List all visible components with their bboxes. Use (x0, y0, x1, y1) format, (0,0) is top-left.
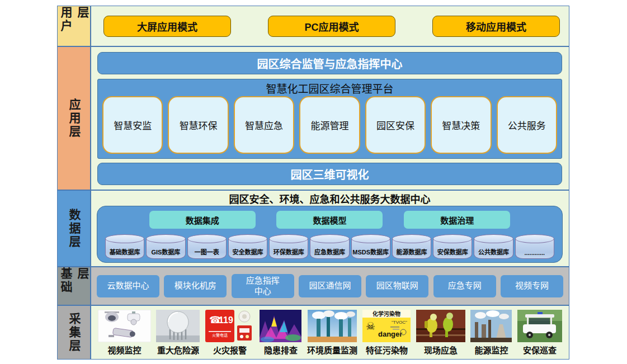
collect-item-video: 视频监控 (98, 310, 151, 356)
collect-item-environment: 环境质量监测 (307, 310, 357, 356)
hazmat-responders-photo (416, 310, 465, 342)
layer-label-data: 数据层 (58, 191, 91, 266)
architecture-diagram: 用户层 大屏应用模式 PC应用模式 移动应用模式 应用层 园区综合监管与应急指挥… (57, 6, 569, 360)
module-energy-management: 能源管理 (299, 96, 360, 154)
pc-mode-button: PC应用模式 (268, 16, 395, 37)
data-functions: 数据集成 数据模型 数据治理 (105, 211, 554, 229)
collect-item-inspection: 隐患排查 (260, 310, 301, 356)
data-integration-box: 数据集成 (149, 211, 256, 229)
database-environment: 环保数据库 (269, 234, 308, 259)
collect-label: 隐患排查 (264, 344, 298, 356)
collect-item-patrol: 安保巡查 (517, 310, 562, 356)
layer-row-application: 应用层 园区综合监管与应急指挥中心 智慧化工园区综合管理平台 智慧安监 智慧环保… (58, 47, 569, 191)
collect-item-pollutant: 化学污染物 ☠ danger "TVOC" 特征污染物 (362, 310, 411, 356)
infra-emergency-command-center: 应急指挥 中心 (232, 274, 294, 299)
video-surveillance-photo (98, 310, 151, 342)
layer-label-user: 用户层 (58, 6, 91, 46)
infra-video-private-network: 视频专网 (501, 275, 563, 297)
skull-icon: ☠ (366, 320, 375, 332)
security-patrol-cart-photo (517, 310, 562, 342)
collect-label: 特征污染物 (366, 344, 408, 356)
layer-label-infrastructure: 基础层 (58, 267, 91, 305)
infra-modular-machine-room: 模块化机房 (164, 275, 227, 297)
layer-row-collection: 采集层 视频监控 (58, 306, 569, 359)
layer-label-collection-text: 采集层 (65, 313, 82, 353)
hidden-danger-heatmap-photo (260, 310, 301, 342)
chemical-pollutant-danger-photo: 化学污染物 ☠ danger "TVOC" (362, 310, 411, 342)
platform-modules: 智慧安监 智慧环保 智慧应急 能源管理 园区安保 智慧决策 公共服务 (102, 96, 557, 154)
module-smart-environment: 智慧环保 (168, 96, 228, 154)
mobile-mode-button: 移动应用模式 (432, 16, 560, 37)
big-screen-mode-button: 大屏应用模式 (103, 16, 231, 37)
data-governance-box: 数据治理 (404, 211, 510, 229)
collect-label: 火灾报警 (213, 344, 247, 356)
data-model-box: 数据模型 (276, 211, 383, 229)
layer-label-application-text: 应用层 (65, 98, 82, 139)
database-cylinders: 基础数据库 GIS数据库 一图一表 安全数据库 环保数据库 应急数据库 MSDS… (105, 233, 554, 259)
management-platform-container: 智慧化工园区综合管理平台 智慧安监 智慧环保 智慧应急 能源管理 园区安保 智慧… (97, 79, 562, 159)
collect-label: 视频监控 (107, 344, 141, 356)
database-energy: 能源数据库 (392, 234, 431, 259)
layer-row-infrastructure: 基础层 云数据中心 模块化机房 应急指挥 中心 园区通信网 园区物联网 应急专网… (58, 267, 569, 306)
user-layer-content: 大屏应用模式 PC应用模式 移动应用模式 (91, 6, 569, 46)
collection-layer-content: 视频监控 重大危险源 ☎ 119 火警电话 (91, 306, 569, 359)
energy-plant-photo (470, 310, 512, 342)
module-park-security: 园区安保 (365, 96, 426, 154)
module-smart-safety: 智慧安监 (102, 96, 163, 154)
air-quality-photo (308, 310, 357, 342)
hazard-source-photo (156, 310, 200, 342)
database-emergency: 应急数据库 (310, 234, 349, 259)
svg-text:"TVOC": "TVOC" (392, 320, 407, 325)
layer-label-application: 应用层 (58, 47, 91, 190)
database-public: 公共数据库 (474, 234, 513, 259)
layer-label-collection: 采集层 (58, 306, 91, 359)
collect-label: 安保巡查 (523, 344, 557, 356)
big-data-center-title: 园区安全、环境、应急和公共服务大数据中心 (97, 191, 563, 206)
database-gis: GIS数据库 (146, 234, 185, 259)
application-layer-content: 园区综合监管与应急指挥中心 智慧化工园区综合管理平台 智慧安监 智慧环保 智慧应… (91, 47, 569, 190)
module-public-service: 公共服务 (497, 96, 557, 154)
svg-text:火警电话: 火警电话 (212, 333, 228, 338)
database-basic: 基础数据库 (105, 234, 144, 259)
module-smart-decision: 智慧决策 (431, 96, 491, 154)
database-safety: 安全数据库 (228, 234, 267, 259)
collect-item-fire: ☎ 119 火警电话 火灾报警 (205, 310, 254, 356)
layer-label-infrastructure-text: 基础层 (57, 267, 91, 305)
database-security: 安保数据库 (433, 234, 472, 259)
collect-item-energy: 能源监控 (470, 310, 512, 356)
command-center-bar: 园区综合监管与应急指挥中心 (97, 52, 562, 74)
svg-text:化学污染物: 化学污染物 (373, 310, 400, 317)
layer-label-user-text: 用户层 (57, 6, 91, 46)
layer-row-data: 数据层 园区安全、环境、应急和公共服务大数据中心 数据集成 数据模型 数据治理 … (58, 191, 569, 267)
collect-label: 能源监控 (474, 344, 508, 356)
infra-emergency-private-network: 应急专网 (433, 275, 496, 297)
fire-alarm-photo: ☎ 119 火警电话 (205, 310, 254, 342)
database-one-map: 一图一表 (187, 234, 227, 259)
svg-text:119: 119 (219, 315, 233, 325)
collect-label: 环境质量监测 (307, 344, 357, 356)
infra-park-iot-network: 园区物联网 (366, 275, 428, 297)
3d-visualization-bar: 园区三维可视化 (97, 163, 562, 185)
database-msds: MSDS数据库 (351, 234, 390, 259)
svg-text:danger: danger (378, 330, 402, 338)
collect-item-onsite: 现场应急 (416, 310, 465, 356)
collect-item-hazard: 重大危险源 (156, 310, 200, 356)
database-more: ............ (515, 234, 554, 259)
infra-park-communication-network: 园区通信网 (299, 275, 361, 297)
data-layer-content: 园区安全、环境、应急和公共服务大数据中心 数据集成 数据模型 数据治理 基础数据… (91, 191, 569, 266)
infrastructure-layer-content: 云数据中心 模块化机房 应急指挥 中心 园区通信网 园区物联网 应急专网 视频专… (91, 267, 569, 305)
collect-label: 现场应急 (424, 344, 458, 356)
layer-row-user: 用户层 大屏应用模式 PC应用模式 移动应用模式 (58, 6, 569, 47)
collect-label: 重大危险源 (157, 344, 199, 356)
infra-cloud-data-center: 云数据中心 (97, 275, 159, 297)
platform-title: 智慧化工园区综合管理平台 (102, 80, 557, 96)
module-smart-emergency: 智慧应急 (234, 96, 294, 154)
data-center-container: 数据集成 数据模型 数据治理 基础数据库 GIS数据库 一图一表 安全数据库 环… (97, 206, 563, 263)
layer-label-data-text: 数据层 (65, 209, 82, 249)
